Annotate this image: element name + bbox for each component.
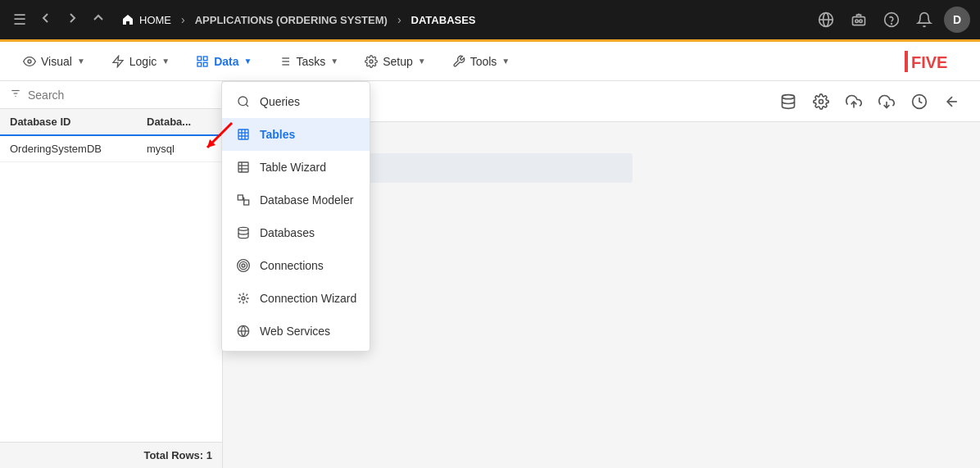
breadcrumb-app[interactable]: APPLICATIONS (ORDERING SYSTEM) <box>188 11 394 30</box>
svg-point-23 <box>238 97 247 106</box>
search-bar <box>0 81 222 109</box>
nav-tools-label: Tools <box>470 55 497 68</box>
up-icon[interactable] <box>88 8 108 32</box>
svg-rect-10 <box>197 57 202 61</box>
filter-icon <box>10 88 21 102</box>
nav-tools[interactable]: Tools ▼ <box>439 42 524 81</box>
download-btn[interactable] <box>872 87 901 116</box>
connection-wizard-icon <box>235 290 252 307</box>
svg-line-24 <box>246 104 248 107</box>
logic-arrow: ▼ <box>161 57 170 66</box>
total-rows-label: Total Rows: 1 <box>143 449 212 461</box>
home-button[interactable]: HOME <box>115 10 178 30</box>
svg-point-4 <box>855 20 858 22</box>
dropdown-item-queries[interactable]: Queries <box>222 85 370 118</box>
breadcrumb-sep2: › <box>397 13 402 26</box>
svg-rect-13 <box>204 62 208 66</box>
dropdown-item-databases[interactable]: Databases <box>222 216 370 249</box>
tools-arrow: ▼ <box>501 57 510 66</box>
left-panel: Database ID Databa... OrderingSystemDB m… <box>0 81 223 468</box>
db-connect-btn[interactable] <box>774 87 803 116</box>
five-logo: FIVE <box>905 49 970 74</box>
svg-point-8 <box>892 24 892 25</box>
dropdown-connection-wizard-label: Connection Wizard <box>260 292 356 305</box>
nav-logic[interactable]: Logic ▼ <box>98 42 183 81</box>
home-label: HOME <box>139 14 171 26</box>
nav-setup-label: Setup <box>383 55 413 68</box>
bell-icon[interactable] <box>911 7 937 33</box>
dropdown-connections-label: Connections <box>260 259 324 272</box>
svg-rect-34 <box>238 195 243 200</box>
svg-text:FIVE: FIVE <box>911 53 947 71</box>
nav-setup[interactable]: Setup ▼ <box>352 42 439 81</box>
data-arrow: ▼ <box>244 57 252 66</box>
svg-rect-35 <box>244 200 249 205</box>
dropdown-item-web-services[interactable]: Web Services <box>222 315 370 348</box>
svg-rect-25 <box>238 129 248 139</box>
main-area: Database ID Databa... OrderingSystemDB m… <box>0 81 980 468</box>
dropdown-item-db-modeler[interactable]: Database Modeler <box>222 184 370 216</box>
menu-icon[interactable]: ☰ <box>10 7 29 32</box>
search-input[interactable] <box>28 89 212 102</box>
nav-tasks[interactable]: Tasks ▼ <box>265 42 352 81</box>
cell-db-id: OrderingSystemDB <box>10 143 147 155</box>
cell-db-type: mysql <box>147 143 212 155</box>
bot-icon[interactable] <box>846 7 872 33</box>
breadcrumb-current[interactable]: DATABASES <box>405 11 483 30</box>
nav-data-label: Data <box>214 55 238 68</box>
search-globe-icon[interactable] <box>813 7 839 33</box>
db-manage-btn[interactable] <box>806 87 836 116</box>
user-avatar[interactable]: D <box>944 7 970 33</box>
setup-arrow: ▼ <box>418 57 426 66</box>
dropdown-table-wizard-label: Table Wizard <box>260 161 326 174</box>
nav-visual[interactable]: Visual ▼ <box>10 42 98 81</box>
topbar-right: D <box>813 7 970 33</box>
table-row[interactable]: OrderingSystemDB mysql <box>0 136 222 162</box>
web-services-icon <box>235 323 252 339</box>
dropdown-databases-label: Databases <box>260 226 315 239</box>
table-header: Database ID Databa... <box>0 109 222 136</box>
tables-icon <box>235 126 252 143</box>
breadcrumb: HOME › APPLICATIONS (ORDERING SYSTEM) › … <box>115 10 806 30</box>
svg-rect-11 <box>204 57 208 61</box>
dropdown-item-connection-wizard[interactable]: Connection Wizard <box>222 282 370 315</box>
table-wizard-icon <box>235 159 252 175</box>
dropdown-item-table-wizard[interactable]: Table Wizard <box>222 151 370 184</box>
tasks-arrow: ▼ <box>330 57 338 66</box>
svg-point-42 <box>242 297 245 300</box>
forward-icon[interactable] <box>62 8 82 32</box>
queries-icon <box>235 93 252 110</box>
col-header-db-type: Databa... <box>147 116 212 128</box>
nav-data[interactable]: Data ▼ <box>183 42 265 81</box>
data-dropdown-menu: Queries Tables Table Wizard Database Mod… <box>221 81 370 352</box>
connections-icon <box>235 257 252 274</box>
svg-point-9 <box>28 60 31 63</box>
dropdown-queries-label: Queries <box>260 95 300 108</box>
svg-point-40 <box>239 261 247 269</box>
databases-icon <box>235 225 252 241</box>
secondbar-nav: Visual ▼ Logic ▼ Data ▼ Tasks ▼ Setup ▼ <box>10 42 905 81</box>
topbar: ☰ HOME › APPLICATIONS (ORDERING SYSTEM) … <box>0 0 980 39</box>
svg-rect-21 <box>905 51 908 72</box>
header-actions <box>774 87 967 116</box>
nav-tasks-label: Tasks <box>296 55 325 68</box>
breadcrumb-sep1: › <box>181 13 185 26</box>
dropdown-item-tables[interactable]: Tables <box>222 118 370 151</box>
col-header-db-id: Database ID <box>10 116 147 128</box>
secondbar: Visual ▼ Logic ▼ Data ▼ Tasks ▼ Setup ▼ <box>0 42 980 81</box>
history-btn[interactable] <box>905 87 934 116</box>
close-btn[interactable] <box>937 87 967 116</box>
upload-btn[interactable] <box>839 87 869 116</box>
svg-point-5 <box>860 20 862 22</box>
back-icon[interactable] <box>36 8 56 32</box>
svg-point-48 <box>783 94 795 98</box>
dropdown-item-connections[interactable]: Connections <box>222 249 370 282</box>
nav-visual-label: Visual <box>41 55 72 68</box>
visual-arrow: ▼ <box>77 57 85 66</box>
dropdown-web-services-label: Web Services <box>260 325 330 338</box>
help-icon[interactable] <box>878 7 905 33</box>
svg-rect-30 <box>238 162 248 172</box>
table-footer: Total Rows: 1 <box>0 442 222 468</box>
svg-rect-12 <box>197 62 202 66</box>
dropdown-db-modeler-label: Database Modeler <box>260 193 353 207</box>
